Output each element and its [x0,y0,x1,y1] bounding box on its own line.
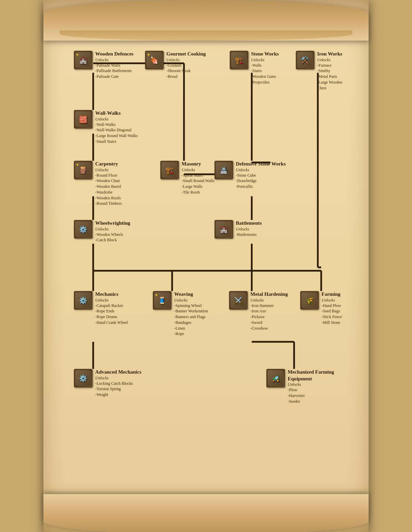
wooden-defences-icon: ★ 🏰 [74,51,92,69]
node-wheelwrighting: ⚙️ Wheelwrighting Unlocks -Wooden Wheels… [74,220,130,243]
farming-icon: 🌾 [300,291,319,310]
iron-works-title: Iron Works [317,51,348,58]
node-wooden-defences: ★ 🏰 Wooden Defences Unlocks -Palisade Wa… [74,51,133,80]
farming-title: Farming [322,291,342,298]
node-battlements: 🏰 Battlements Unlocks -Battlements [214,220,262,239]
defensive-stone-works-icon: 🏯 [214,161,233,179]
wooden-defences-title: Wooden Defences [95,51,133,58]
iron-works-icon: ⚒️ [296,51,314,69]
advanced-mechanics-title: Advanced Mechanics [95,369,141,376]
node-stone-works: 🏗️ Stone Works Unlocks -Walls -Stairs -W… [230,51,279,85]
node-wall-walks: 🧱 Wall-Walks Unlocks -Wall-Walks -Wall-W… [74,110,138,145]
node-farming: 🌾 Farming Unlocks -Hand Plow -Seed Bags … [300,291,342,326]
scroll-top [43,0,369,41]
wheelwrighting-icon: ⚙️ [74,220,92,239]
node-carpentry: ★ 🪵 Carpentry Unlocks -Round Floor -Wood… [74,161,122,206]
weaving-title: Weaving [174,291,208,298]
advanced-mechanics-icon: ⚙️ [74,369,92,387]
wooden-defences-unlocks: Unlocks [95,58,133,63]
mechanized-farming-icon: 🚜 [266,369,285,387]
node-mechanized-farming: 🚜 Mechanized Farming Equipment Unlocks -… [266,369,348,404]
node-advanced-mechanics: ⚙️ Advanced Mechanics Unlocks -Locking C… [74,369,141,398]
stone-works-title: Stone Works [251,51,279,58]
node-iron-works: ⚒️ Iron Works Unlocks -Furnace -Smithy -… [296,51,348,91]
scroll-bottom [43,494,369,532]
battlements-icon: 🏰 [214,220,233,239]
masonry-icon: 🏗️ [160,161,179,179]
defensive-stone-works-title: Defensive Stone Works [236,161,286,168]
wall-walks-icon: 🧱 [74,110,92,129]
carpentry-icon: ★ 🪵 [74,161,92,179]
gourmet-cooking-icon: ★ 🍖 [145,51,164,69]
mechanics-icon: ⚙️ [74,291,92,310]
wall-walks-title: Wall-Walks [95,110,138,117]
node-weaving: ★ 🧵 Weaving Unlocks -Spinning Wheel -Ban… [153,291,208,337]
weaving-icon: ★ 🧵 [153,291,171,310]
stone-works-icon: 🏗️ [230,51,248,69]
metal-hardening-icon: ⚔️ [229,291,248,310]
node-metal-hardening: ⚔️ Metal Hardening Unlocks -Iron Hammer … [229,291,288,331]
node-mechanics: ⚙️ Mechanics Unlocks -Catapult Bucket -R… [74,291,128,326]
mechanized-farming-title: Mechanized Farming Equipment [288,369,348,382]
gourmet-cooking-title: Gourmet Cooking [166,51,206,58]
node-gourmet-cooking: ★ 🍖 Gourmet Cooking Unlocks -Goulash -Sh… [145,51,206,80]
wheelwrighting-title: Wheelwrighting [95,220,130,227]
tech-tree: ★ 🏰 Wooden Defences Unlocks -Palisade Wa… [64,47,348,481]
node-masonry: 🏗️ Masonry Unlocks -Spiral Stairs -Small… [160,161,214,195]
carpentry-title: Carpentry [95,161,122,168]
node-defensive-stone-works: 🏯 Defensive Stone Works Unlocks -Stone C… [214,161,286,190]
battlements-title: Battlements [236,220,262,227]
masonry-title: Masonry [182,161,214,168]
mechanics-title: Mechanics [95,291,128,298]
metal-hardening-title: Metal Hardening [250,291,288,298]
